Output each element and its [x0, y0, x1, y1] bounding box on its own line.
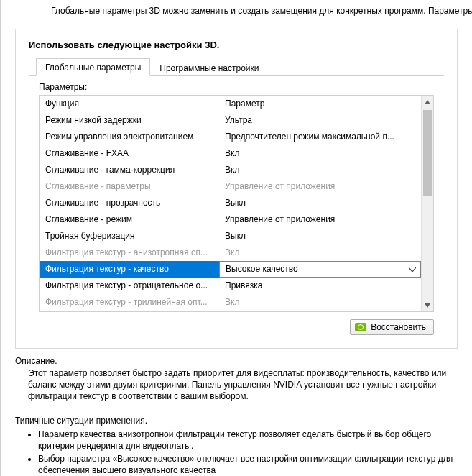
row-param-dropdown[interactable]: Высокое качество: [219, 261, 421, 278]
row-func: Режим управления электропитанием: [40, 129, 219, 145]
row-param: Предпочтителен режим максимальной п...: [219, 129, 421, 145]
usage-block: Типичные ситуации применения. Параметр к…: [15, 416, 458, 476]
params-label: Параметры:: [39, 82, 444, 92]
header-func: Функция: [40, 96, 219, 112]
restore-button-label: Восстановить: [371, 322, 426, 332]
intro-text: Глобальные параметры 3D можно заменить и…: [1, 0, 472, 22]
usage-list: Параметр качества анизотропной фильтраци…: [28, 429, 458, 476]
tabs: Глобальные параметры Программные настрой…: [29, 58, 444, 76]
chevron-down-icon[interactable]: [407, 265, 417, 275]
left-divider: [9, 0, 9, 476]
description-block: Описание. Этот параметр позволяет быстро…: [15, 356, 458, 403]
list-item: Параметр качества анизотропной фильтраци…: [38, 429, 458, 452]
table-row[interactable]: Сглаживание - гамма-коррекцияВкл: [40, 162, 421, 178]
table-header: ФункцияПараметр: [40, 96, 421, 112]
table-row[interactable]: Режим управления электропитаниемПредпочт…: [40, 129, 421, 145]
row-param: Вкл: [219, 244, 421, 261]
row-func: Сглаживание - параметры: [40, 178, 219, 195]
row-func: Сглаживание - режим: [40, 211, 219, 228]
restore-button[interactable]: Восстановить: [350, 319, 434, 335]
row-func: Режим низкой задержки: [40, 112, 219, 129]
table-row[interactable]: Режим низкой задержкиУльтра: [40, 112, 421, 129]
row-param: Ультра: [219, 112, 421, 129]
row-param: Управление от приложения: [219, 211, 421, 228]
row-func: Фильтрация текстур - качество: [40, 261, 219, 278]
row-param: Выкл: [219, 195, 421, 211]
row-func: Тройная буферизация: [40, 228, 219, 244]
header-param: Параметр: [219, 96, 421, 112]
usage-title: Типичные ситуации применения.: [15, 416, 458, 426]
table-row[interactable]: Фильтрация текстур - отрицательное о...П…: [40, 278, 421, 294]
row-param: Вкл: [219, 162, 421, 178]
row-param: Привязка: [219, 278, 421, 294]
table-row[interactable]: Сглаживание - прозрачностьВыкл: [40, 195, 421, 211]
row-param: Управление от приложения: [219, 178, 421, 195]
description-body: Этот параметр позволяет быстро задать пр…: [28, 367, 458, 403]
description-title: Описание.: [15, 356, 458, 366]
row-func: Сглаживание - гамма-коррекция: [40, 162, 219, 178]
row-param: Выкл: [219, 228, 421, 244]
row-func: Фильтрация текстур - трилинейная опт...: [40, 294, 219, 311]
restore-row: Восстановить: [39, 319, 434, 335]
scroll-thumb[interactable]: [423, 110, 432, 196]
scroll-up-button[interactable]: [422, 96, 433, 108]
table-row[interactable]: Сглаживание - режимУправление от приложе…: [40, 211, 421, 228]
table-row[interactable]: Сглаживание - FXAAВкл: [40, 145, 421, 162]
scrollbar[interactable]: [421, 96, 433, 311]
table-row[interactable]: Фильтрация текстур - анизотропная оп...В…: [40, 244, 421, 261]
table-row[interactable]: Фильтрация текстур - качествоВысокое кач…: [40, 261, 421, 278]
scroll-down-button[interactable]: [422, 299, 433, 311]
row-param: Вкл: [219, 145, 421, 162]
row-func: Фильтрация текстур - отрицательное о...: [40, 278, 219, 294]
tab-global[interactable]: Глобальные параметры: [36, 58, 150, 76]
row-func: Сглаживание - FXAA: [40, 145, 219, 162]
row-param: Вкл: [219, 294, 421, 311]
nvidia-icon: [355, 323, 366, 331]
table-row[interactable]: Тройная буферизацияВыкл: [40, 228, 421, 244]
row-func: Фильтрация текстур - анизотропная оп...: [40, 244, 219, 261]
panel-title: Использовать следующие настройки 3D.: [29, 40, 444, 50]
settings-panel: Использовать следующие настройки 3D. Гло…: [15, 29, 458, 349]
settings-grid: ФункцияПараметрРежим низкой задержкиУльт…: [39, 95, 434, 312]
table-row[interactable]: Сглаживание - параметрыУправление от при…: [40, 178, 421, 195]
table-row[interactable]: Фильтрация текстур - трилинейная опт...В…: [40, 294, 421, 311]
list-item: Выбор параметра «Высокое качество» отклю…: [38, 453, 458, 476]
tab-program[interactable]: Программные настройки: [150, 58, 268, 76]
row-func: Сглаживание - прозрачность: [40, 195, 219, 211]
